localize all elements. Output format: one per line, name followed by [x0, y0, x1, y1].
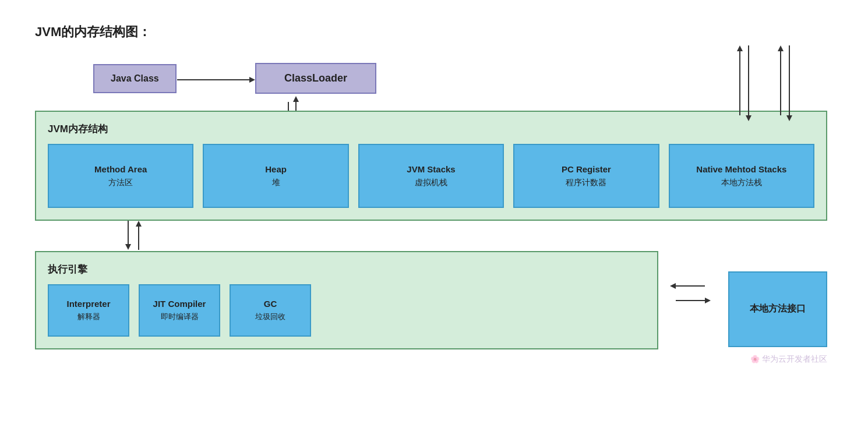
exec-section-label: 执行引擎: [48, 263, 645, 276]
jvm-section-label: JVM内存结构: [48, 122, 814, 136]
jvm-stacks-box: JVM Stacks 虚拟机栈: [358, 144, 504, 208]
jvm-outer: JVM内存结构 Method Area 方法区 Heap 堆 JVM Stack…: [35, 111, 827, 221]
watermark-icon: 🌸: [750, 355, 762, 363]
interpreter-box: Interpreter 解释器: [48, 284, 129, 337]
classloader-box: ClassLoader: [255, 63, 376, 94]
bottom-row: 执行引擎 Interpreter 解释器 JIT Compiler 即时编译器 …: [35, 251, 827, 349]
exec-outer: 执行引擎 Interpreter 解释器 JIT Compiler 即时编译器 …: [35, 251, 658, 349]
jvm-boxes-row: Method Area 方法区 Heap 堆 JVM Stacks 虚拟机栈 P…: [48, 144, 814, 208]
svg-marker-15: [737, 45, 743, 51]
side-arrows: [670, 251, 717, 349]
native-stacks-box: Native Mehtod Stacks 本地方法栈: [669, 144, 814, 208]
pc-register-box: PC Register 程序计数器: [513, 144, 659, 208]
page-wrapper: JVM的内存结构图： Java Class ClassLoade: [17, 12, 851, 376]
connector-svg: [35, 221, 827, 251]
watermark: 🌸 华为云开发者社区: [35, 354, 827, 365]
svg-marker-13: [705, 298, 711, 303]
top-section: Java Class ClassLoader: [35, 52, 827, 111]
exec-boxes-row: Interpreter 解释器 JIT Compiler 即时编译器 GC 垃圾…: [48, 284, 645, 337]
page-title: JVM的内存结构图：: [35, 23, 833, 41]
svg-marker-19: [778, 45, 784, 51]
connector-area: [35, 221, 827, 251]
gc-box: GC 垃圾回收: [230, 284, 311, 337]
side-arrows-svg: [670, 254, 717, 347]
watermark-text: 华为云开发者社区: [762, 354, 827, 363]
top-arrow-svg: [35, 52, 827, 111]
svg-marker-1: [249, 77, 255, 83]
diagram-wrapper: Java Class ClassLoader JVM内存结构: [35, 52, 827, 365]
svg-marker-5: [293, 96, 299, 102]
svg-marker-11: [670, 283, 676, 289]
heap-box: Heap 堆: [203, 144, 348, 208]
svg-marker-7: [125, 244, 131, 250]
jit-compiler-box: JIT Compiler 即时编译器: [139, 284, 220, 337]
method-area-box: Method Area 方法区: [48, 144, 193, 208]
native-interface-box: 本地方法接口: [728, 271, 827, 347]
svg-marker-9: [136, 221, 142, 227]
